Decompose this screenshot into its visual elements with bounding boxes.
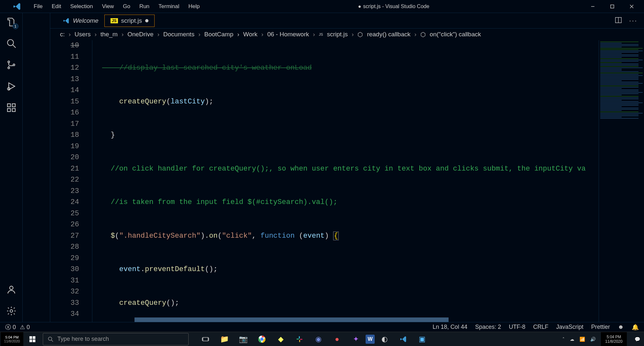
taskbar-clock-right[interactable]: 5:04 PM 11/8/2020 xyxy=(601,332,627,346)
svg-rect-29 xyxy=(299,336,300,338)
svg-rect-12 xyxy=(12,109,15,112)
horizontal-scrollbar[interactable] xyxy=(135,317,553,322)
explorer-badge: 1 xyxy=(13,23,18,29)
svg-rect-19 xyxy=(33,336,35,339)
svg-rect-11 xyxy=(7,109,10,112)
errors-icon[interactable]: ⓧ 0 xyxy=(5,323,16,331)
svg-rect-18 xyxy=(29,336,32,339)
explorer-icon[interactable]: 1 xyxy=(6,16,17,28)
svg-rect-24 xyxy=(203,337,208,341)
indentation[interactable]: Spaces: 2 xyxy=(475,324,501,330)
svg-rect-30 xyxy=(297,339,299,340)
run-debug-icon[interactable] xyxy=(6,80,17,92)
menu-go[interactable]: Go xyxy=(118,3,135,10)
svg-point-6 xyxy=(8,61,9,63)
cursor-position[interactable]: Ln 18, Col 44 xyxy=(433,324,467,330)
onedrive-icon[interactable]: ☁ xyxy=(570,337,574,342)
minimize-button[interactable] xyxy=(583,0,603,13)
slack-icon[interactable] xyxy=(290,332,309,346)
language-mode[interactable]: JavaScript xyxy=(556,324,583,330)
status-bar: ⓧ 0 ⚠ 0 Ln 18, Col 44 Spaces: 2 UTF-8 CR… xyxy=(0,322,644,332)
discord-icon[interactable]: ◉ xyxy=(309,332,327,346)
split-editor-icon[interactable] xyxy=(615,17,622,25)
svg-point-15 xyxy=(10,310,13,312)
tray-chevron-icon[interactable]: ˄ xyxy=(562,337,565,342)
svg-point-22 xyxy=(48,337,52,340)
notification-center-icon[interactable]: 💬 xyxy=(632,337,643,342)
task-view-icon[interactable] xyxy=(196,332,215,346)
taskbar-search[interactable]: Type here to search xyxy=(43,333,189,345)
notifications-icon[interactable]: 🔔 xyxy=(632,324,639,331)
scrollbar-thumb[interactable] xyxy=(135,317,449,322)
menu-file[interactable]: File xyxy=(29,3,47,10)
windows-taskbar: 5:04 PM 11/8/2020 Type here to search 📁 … xyxy=(0,332,644,346)
activity-bar: 1 xyxy=(0,13,23,322)
svg-rect-32 xyxy=(300,339,302,340)
breadcrumb[interactable]: c:› Users› the_m› OneDrive› Documents› B… xyxy=(50,29,644,40)
steam-icon[interactable]: ◐ xyxy=(375,332,393,346)
titlebar: File Edit Selection View Go Run Terminal… xyxy=(0,0,644,13)
sidebar-resize-handle[interactable] xyxy=(23,13,50,322)
svg-point-4 xyxy=(7,40,14,46)
encoding[interactable]: UTF-8 xyxy=(509,324,525,330)
svg-rect-26 xyxy=(208,338,209,340)
app-icon[interactable]: ▣ xyxy=(413,332,431,346)
source-control-icon[interactable] xyxy=(6,59,17,71)
start-button[interactable] xyxy=(23,332,41,346)
chrome-icon[interactable] xyxy=(253,332,271,346)
tab-label: script.js xyxy=(121,17,142,24)
more-actions-icon[interactable]: ··· xyxy=(629,17,638,24)
vscode-logo-icon xyxy=(12,2,21,11)
maximize-button[interactable] xyxy=(603,0,622,13)
svg-rect-10 xyxy=(7,104,10,107)
menu-edit[interactable]: Edit xyxy=(47,3,65,10)
formatter[interactable]: Prettier xyxy=(591,324,610,330)
account-icon[interactable] xyxy=(6,284,17,295)
file-explorer-icon[interactable]: 📁 xyxy=(215,332,233,346)
extensions-icon[interactable] xyxy=(6,102,17,113)
taskbar-clock-left[interactable]: 5:04 PM 11/8/2020 xyxy=(1,332,23,346)
menu-help[interactable]: Help xyxy=(184,3,204,10)
svg-line-23 xyxy=(51,340,53,341)
camera-app-icon[interactable]: 📷 xyxy=(234,332,252,346)
code-content[interactable]: //display last searched city's weather o… xyxy=(92,40,599,322)
svg-rect-20 xyxy=(29,339,32,342)
tabs-container: Welcome JS script.js ··· xyxy=(50,13,644,29)
svg-rect-21 xyxy=(33,339,35,342)
window-title: ●script.js - Visual Studio Code xyxy=(204,4,583,9)
symbol-method-icon: ⬡ xyxy=(357,31,363,38)
svg-rect-31 xyxy=(299,340,300,342)
minimap[interactable] xyxy=(599,40,644,322)
warnings-icon[interactable]: ⚠ 0 xyxy=(20,324,30,331)
menu-selection[interactable]: Selection xyxy=(66,3,98,10)
svg-rect-1 xyxy=(611,5,614,8)
tab-script-js[interactable]: JS script.js xyxy=(104,15,155,27)
app-icon[interactable]: ● xyxy=(328,332,346,346)
app-icon[interactable]: ◆ xyxy=(272,332,290,346)
tab-label: Welcome xyxy=(73,17,99,24)
volume-icon[interactable]: 🔊 xyxy=(590,337,596,342)
app-icon[interactable]: ✦ xyxy=(347,332,365,346)
eol[interactable]: CRLF xyxy=(533,324,548,330)
menu-view[interactable]: View xyxy=(98,3,119,10)
menu-run[interactable]: Run xyxy=(135,3,154,10)
dirty-indicator-icon xyxy=(145,19,148,22)
js-file-icon: JS xyxy=(111,18,118,23)
svg-line-5 xyxy=(13,45,16,48)
wifi-icon[interactable]: 📶 xyxy=(580,337,585,342)
svg-rect-25 xyxy=(202,338,203,340)
feedback-icon[interactable]: ☻ xyxy=(618,324,624,330)
svg-rect-13 xyxy=(12,104,15,107)
tab-welcome[interactable]: Welcome xyxy=(57,15,104,27)
symbol-method-icon: ⬡ xyxy=(420,31,426,38)
svg-point-7 xyxy=(8,67,9,69)
word-icon[interactable]: W xyxy=(366,335,375,344)
js-file-icon: JS xyxy=(319,32,323,36)
menu-terminal[interactable]: Terminal xyxy=(154,3,184,10)
vscode-taskbar-icon[interactable] xyxy=(394,332,412,346)
search-icon[interactable] xyxy=(6,38,17,49)
settings-gear-icon[interactable] xyxy=(6,305,17,317)
close-button[interactable] xyxy=(622,0,641,13)
line-number-gutter: 10 11 12 13 14 15 16 17 18 19 20 21 22 2… xyxy=(50,40,92,322)
editor[interactable]: 10 11 12 13 14 15 16 17 18 19 20 21 22 2… xyxy=(50,40,644,322)
